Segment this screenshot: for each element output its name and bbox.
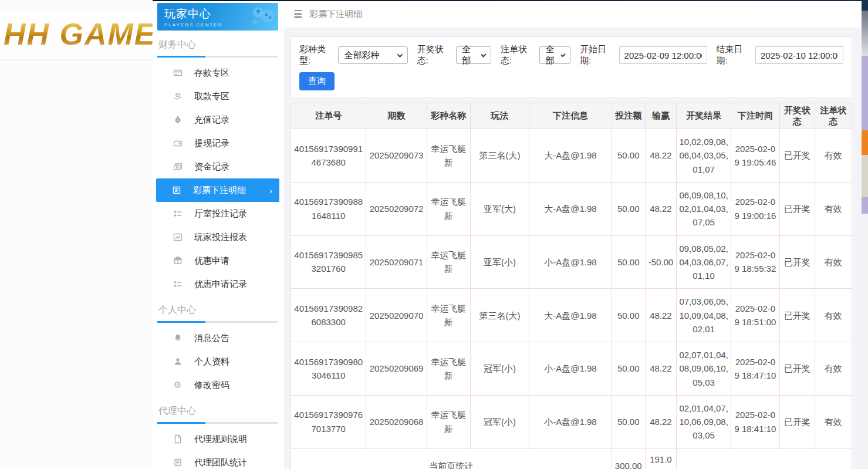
cell-bet-time: 2025-02-09 19:00:16 xyxy=(731,182,779,235)
header-cell: 投注额 xyxy=(612,103,645,129)
order-status-select[interactable]: 全部 xyxy=(539,46,570,64)
header-cell: 下注时间 xyxy=(731,103,779,129)
lottery-type-select[interactable]: 全部彩种 xyxy=(338,46,407,64)
header-cell: 注单号 xyxy=(291,103,366,129)
cell-period: 20250209073 xyxy=(366,129,427,183)
bank-card-icon xyxy=(173,68,183,78)
sidebar-item-label: 彩票下注明细 xyxy=(193,185,246,196)
cell-bet-amount: 50.00 xyxy=(612,289,645,342)
cell-bet-amount: 50.00 xyxy=(612,342,645,396)
sidebar-item-deposit[interactable]: 存款专区 xyxy=(157,61,278,85)
cell-bet-amount: 50.00 xyxy=(612,182,645,235)
sidebar-item-label: 代理团队统计 xyxy=(194,457,247,468)
cell-play-type: 冠军(小) xyxy=(470,395,529,448)
sidebar-item-announcements[interactable]: 消息公告 xyxy=(157,326,278,350)
sidebar-item-change-password[interactable]: ⚙ 修改密码 xyxy=(157,373,278,397)
site-logo-banner: HH GAME xyxy=(0,11,153,59)
cell-order-status: 有效 xyxy=(815,129,852,183)
funds-icon xyxy=(173,162,183,172)
end-date-input[interactable] xyxy=(755,46,843,64)
cell-bet-amount: 50.00 xyxy=(612,395,645,448)
sidebar-item-promo-apply[interactable]: 优惠申请 xyxy=(157,249,278,272)
cell-bet-info: 大-A盘@1.98 xyxy=(529,182,612,235)
cell-order-status: 有效 xyxy=(815,395,852,448)
sidebar-item-label: 修改密码 xyxy=(194,380,229,391)
sidebar-item-withdrawal-records[interactable]: 提现记录 xyxy=(157,131,278,155)
cell-bet-time: 2025-02-09 18:55:32 xyxy=(731,235,779,289)
cell-bet-info: 大-A盘@1.98 xyxy=(529,129,612,183)
list-detail-icon xyxy=(173,209,183,219)
header-cell: 开奖结果 xyxy=(677,103,731,129)
cell-play-type: 第三名(大) xyxy=(470,289,529,342)
draw-status-select[interactable]: 全部 xyxy=(456,46,491,64)
cell-win-loss: -50.00 xyxy=(645,235,676,289)
cell-draw-status: 已开奖 xyxy=(779,395,815,448)
cell-bet-time: 2025-02-09 18:41:10 xyxy=(731,395,779,448)
bell-icon xyxy=(173,333,183,343)
chevron-down-icon xyxy=(481,52,486,57)
page-title: 彩票下注明细 xyxy=(309,9,362,20)
search-button[interactable]: 查询 xyxy=(299,72,335,90)
cell-bet-id: 401569173909914673680 xyxy=(291,129,366,183)
user-icon xyxy=(173,357,183,367)
page-summary-row: 当前页统计 300.00 191.08 xyxy=(291,448,852,469)
cell-lottery-name: 幸运飞艇新 xyxy=(427,129,470,183)
cell-lottery-name: 幸运飞艇新 xyxy=(427,289,470,342)
section-rule xyxy=(157,422,278,424)
sidebar-item-player-bet-report[interactable]: 玩家投注报表 xyxy=(157,225,278,249)
topbar: ☰ 彩票下注明细 xyxy=(284,1,862,28)
chevron-right-icon: › xyxy=(269,185,272,195)
start-date-input[interactable] xyxy=(619,46,707,64)
table-header-row: 注单号期数彩种名称玩法下注信息投注额输赢开奖结果下注时间开奖状态注单状态 xyxy=(291,103,852,129)
page-summary-empty xyxy=(677,448,852,469)
main-content: ☰ 彩票下注明细 彩种类型: 全部彩种 开奖状态: 全部 注单状态: 全部 xyxy=(284,1,862,469)
sidebar-item-withdraw[interactable]: 充值记录 取款专区 xyxy=(157,85,278,108)
cell-period: 20250209069 xyxy=(366,342,427,396)
sidebar-item-agent-rules[interactable]: 代理规则说明 xyxy=(157,427,278,451)
cell-period: 20250209072 xyxy=(366,182,427,235)
sidebar-item-agent-team-stats[interactable]: 代理团队统计 xyxy=(157,451,278,469)
sidebar-item-label: 优惠申请记录 xyxy=(194,279,247,290)
section-rule xyxy=(157,321,278,323)
cell-lottery-name: 幸运飞艇新 xyxy=(427,182,470,235)
sidebar-item-promo-apply-records[interactable]: 优惠申请记录 xyxy=(157,272,278,296)
lottery-type-label: 彩种类型: xyxy=(299,44,333,66)
cell-win-loss: 48.22 xyxy=(645,395,676,448)
cell-bet-id: 401569173909767013770 xyxy=(291,395,366,448)
sidebar: 玩家中心 PLAYERS CENTER 财务中心 存款专区 充值记录 取款专区 xyxy=(153,1,284,469)
sidebar-item-recharge-records[interactable]: 充值记录 xyxy=(157,108,278,131)
section-title-finance: 财务中心 xyxy=(158,39,278,56)
sidebar-item-profile[interactable]: 个人资料 xyxy=(157,350,278,373)
sidebar-item-funds-records[interactable]: 资金记录 xyxy=(157,155,278,178)
cell-play-type: 第三名(大) xyxy=(470,129,529,183)
cell-draw-result: 02,07,01,04,08,09,06,10,05,03 xyxy=(677,342,731,396)
cell-order-status: 有效 xyxy=(815,235,852,289)
cell-bet-amount: 50.00 xyxy=(612,129,645,183)
cell-draw-status: 已开奖 xyxy=(779,182,815,235)
section-rule xyxy=(157,56,278,58)
cell-draw-result: 06,09,08,10,02,01,04,03,07,05 xyxy=(677,182,731,235)
cell-draw-result: 02,01,04,07,10,06,09,08,03,05 xyxy=(677,395,731,448)
cell-bet-id: 401569173909881648110 xyxy=(291,182,366,235)
table-row: 40156917390985320176020250209071幸运飞艇新亚军(… xyxy=(291,235,852,289)
start-date-label: 开始日期: xyxy=(580,44,614,66)
cell-period: 20250209068 xyxy=(366,395,427,448)
cell-win-loss: 48.22 xyxy=(645,342,676,396)
gift-icon xyxy=(173,256,183,266)
report-icon xyxy=(173,458,183,468)
sidebar-item-hall-bet-records[interactable]: 厅室投注记录 xyxy=(157,202,278,225)
table-row: 40156917390988164811020250209072幸运飞艇新亚军(… xyxy=(291,182,852,235)
header-cell: 彩种名称 xyxy=(427,103,470,129)
draw-status-value: 全部 xyxy=(462,44,476,66)
sidebar-item-label: 玩家投注报表 xyxy=(194,232,247,243)
gear-icon: ⚙ xyxy=(173,380,183,390)
sidebar-item-lottery-bet-details[interactable]: 彩票下注明细 › xyxy=(156,178,279,202)
sidebar-item-label: 代理规则说明 xyxy=(194,434,247,445)
order-status-label: 注单状态: xyxy=(501,44,535,66)
cell-bet-info: 小-A盘@1.98 xyxy=(529,342,612,396)
draw-status-label: 开奖状态: xyxy=(417,44,451,66)
cell-order-status: 有效 xyxy=(815,289,852,342)
players-center-panel: 玩家中心 PLAYERS CENTER 财务中心 存款专区 充值记录 取款专区 xyxy=(153,1,862,469)
hamburger-menu-icon[interactable]: ☰ xyxy=(293,8,302,21)
sidebar-header: 玩家中心 PLAYERS CENTER xyxy=(157,3,278,31)
